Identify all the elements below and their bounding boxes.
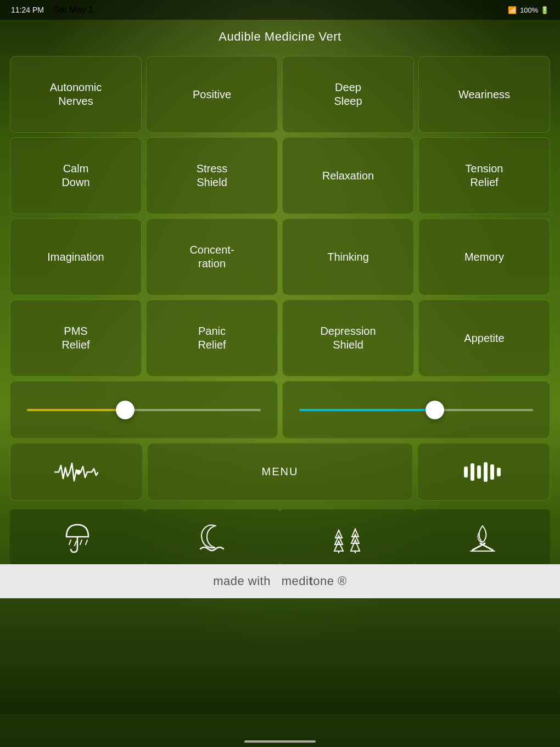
- grid-row-4: PMSRelief PanicRelief DepressionShield A…: [10, 300, 550, 377]
- btn-campfire[interactable]: [415, 509, 550, 564]
- btn-concentration[interactable]: Concent-ration: [146, 218, 278, 295]
- slider-right-track[interactable]: [299, 409, 533, 411]
- main-grid: AutonomicNerves Positive DeepSleep Weari…: [0, 56, 560, 501]
- campfire-icon: [466, 520, 499, 553]
- btn-weariness[interactable]: Weariness: [418, 56, 550, 133]
- btn-rain[interactable]: [10, 509, 145, 564]
- app-title: Audible Medicine Vert: [0, 20, 560, 56]
- status-bar: 11:24 PM Sat May 1 📶 100% 🔋: [0, 0, 560, 20]
- control-row: MENU: [10, 443, 550, 501]
- btn-calm-down[interactable]: CalmDown: [10, 137, 142, 214]
- soundbar-button[interactable]: [417, 443, 550, 501]
- wifi-icon: 📶: [508, 6, 517, 14]
- svg-line-8: [69, 540, 71, 544]
- btn-night[interactable]: [145, 509, 280, 564]
- btn-memory[interactable]: Memory: [418, 218, 550, 295]
- slider-left-thumb[interactable]: [116, 401, 135, 419]
- moon-icon: [196, 520, 229, 553]
- home-indicator: [244, 740, 316, 743]
- svg-rect-4: [484, 462, 488, 482]
- svg-line-21: [480, 543, 492, 550]
- svg-rect-3: [477, 465, 481, 479]
- btn-appetite[interactable]: Appetite: [418, 300, 550, 377]
- footer-text: made with meditone ®: [213, 574, 347, 588]
- soundbar-icon: [462, 461, 506, 483]
- slider-row: [10, 381, 550, 439]
- btn-pms-relief[interactable]: PMSRelief: [10, 300, 142, 377]
- status-time-date: 11:24 PM Sat May 1: [11, 5, 93, 15]
- btn-autonomic-nerves[interactable]: AutonomicNerves: [10, 56, 142, 133]
- status-date: Sat May 1: [54, 5, 93, 14]
- btn-relaxation[interactable]: Relaxation: [282, 137, 414, 214]
- btn-panic-relief[interactable]: PanicRelief: [146, 300, 278, 377]
- svg-point-0: [76, 470, 81, 474]
- footer: made with meditone ®: [0, 564, 560, 598]
- slider-right-container: [282, 381, 550, 439]
- svg-line-11: [86, 540, 87, 544]
- svg-rect-1: [464, 467, 468, 478]
- menu-button[interactable]: MENU: [147, 443, 413, 501]
- menu-label: MENU: [262, 465, 299, 478]
- svg-rect-2: [471, 463, 474, 481]
- btn-deep-sleep[interactable]: DeepSleep: [282, 56, 414, 133]
- btn-tension-relief[interactable]: TensionRelief: [418, 137, 550, 214]
- status-time: 11:24 PM: [11, 5, 44, 14]
- btn-depression-shield[interactable]: DepressionShield: [282, 300, 414, 377]
- slider-left-track[interactable]: [27, 409, 261, 411]
- btn-stress-shield[interactable]: StressShield: [146, 137, 278, 214]
- grid-row-3: Imagination Concent-ration Thinking Memo…: [10, 218, 550, 295]
- svg-line-10: [80, 540, 82, 544]
- btn-imagination[interactable]: Imagination: [10, 218, 142, 295]
- btn-forest[interactable]: [280, 509, 415, 564]
- grid-row-1: AutonomicNerves Positive DeepSleep Weari…: [10, 56, 550, 133]
- status-indicators: 📶 100% 🔋: [508, 6, 549, 14]
- btn-thinking[interactable]: Thinking: [282, 218, 414, 295]
- bottom-icons-row: [0, 509, 560, 564]
- grid-row-2: CalmDown StressShield Relaxation Tension…: [10, 137, 550, 214]
- umbrella-icon: [61, 520, 94, 553]
- waveform-button[interactable]: [10, 443, 143, 501]
- battery-icon: 100% 🔋: [520, 6, 549, 14]
- waveform-icon: [54, 461, 98, 483]
- slider-right-thumb[interactable]: [425, 401, 444, 419]
- svg-rect-6: [497, 468, 501, 476]
- trees-icon: [331, 520, 364, 553]
- svg-rect-5: [490, 464, 494, 480]
- svg-line-9: [75, 541, 76, 546]
- btn-positive[interactable]: Positive: [146, 56, 278, 133]
- slider-left-container: [10, 381, 278, 439]
